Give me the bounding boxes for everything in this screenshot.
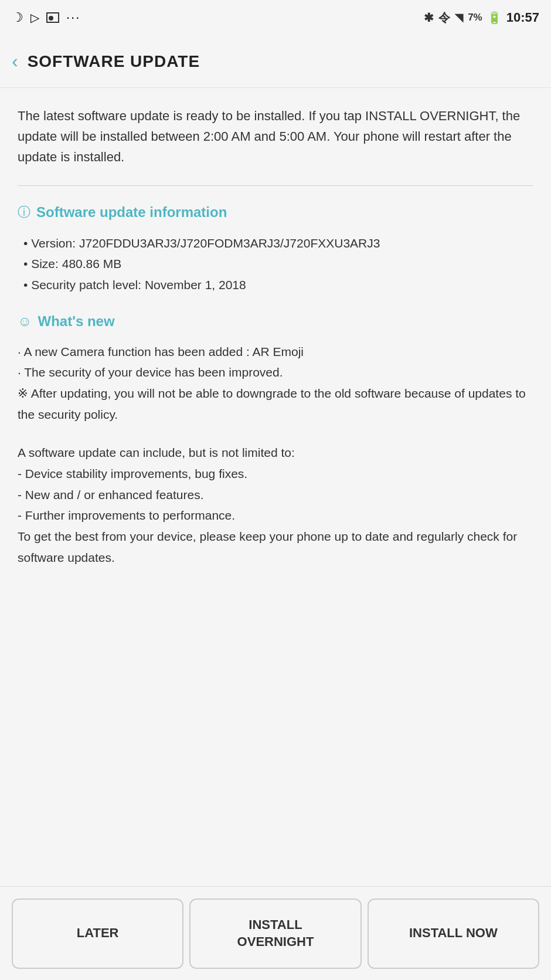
later-button[interactable]: LATER	[12, 898, 183, 969]
version-item: • Version: J720FDDU3ARJ3/J720FODM3ARJ3/J…	[18, 233, 533, 254]
page-title: SOFTWARE UPDATE	[28, 52, 200, 71]
signal-icon: ◥	[455, 11, 463, 24]
size-item: • Size: 480.86 MB	[18, 253, 533, 274]
security-patch-item: • Security patch level: November 1, 2018	[18, 274, 533, 296]
battery-percent: 7%	[468, 12, 482, 23]
install-now-button[interactable]: INSTALL NOW	[368, 898, 539, 969]
wifi-icon: 令	[438, 10, 450, 26]
header: ‹ SOFTWARE UPDATE	[0, 35, 551, 88]
status-left-icons: ☽ ▷ ···	[12, 10, 80, 25]
battery-icon: 🔋	[487, 11, 502, 25]
bluetooth-icon: ✱	[424, 11, 434, 25]
bottom-buttons-bar: LATER INSTALL OVERNIGHT INSTALL NOW	[0, 886, 551, 980]
main-content: The latest software update is ready to b…	[0, 88, 551, 686]
intro-text: The latest software update is ready to b…	[18, 106, 533, 168]
status-bar: ☽ ▷ ··· ✱ 令 ◥ 7% 🔋 10:57	[0, 0, 551, 35]
whats-new-section-header: ☺ What's new	[18, 313, 533, 330]
image-icon	[46, 12, 59, 23]
software-info-list: • Version: J720FDDU3ARJ3/J720FODM3ARJ3/J…	[18, 233, 533, 296]
install-overnight-button[interactable]: INSTALL OVERNIGHT	[189, 898, 361, 969]
clock: 10:57	[506, 10, 539, 25]
whats-new-icon: ☺	[18, 313, 32, 330]
info-icon: ⓘ	[18, 204, 30, 221]
status-right-icons: ✱ 令 ◥ 7% 🔋 10:57	[424, 10, 539, 26]
crescent-icon: ☽	[12, 10, 23, 25]
back-button[interactable]: ‹	[12, 50, 18, 72]
software-info-section-header: ⓘ Software update information	[18, 204, 533, 221]
divider	[18, 185, 533, 186]
whats-new-title: What's new	[38, 313, 115, 330]
software-info-title: Software update information	[36, 204, 227, 221]
additional-info: A software update can include, but is no…	[18, 442, 533, 568]
dots-icon: ···	[66, 10, 80, 25]
play-icon: ▷	[30, 11, 39, 25]
whats-new-content: · A new Camera function has been added :…	[18, 341, 533, 425]
